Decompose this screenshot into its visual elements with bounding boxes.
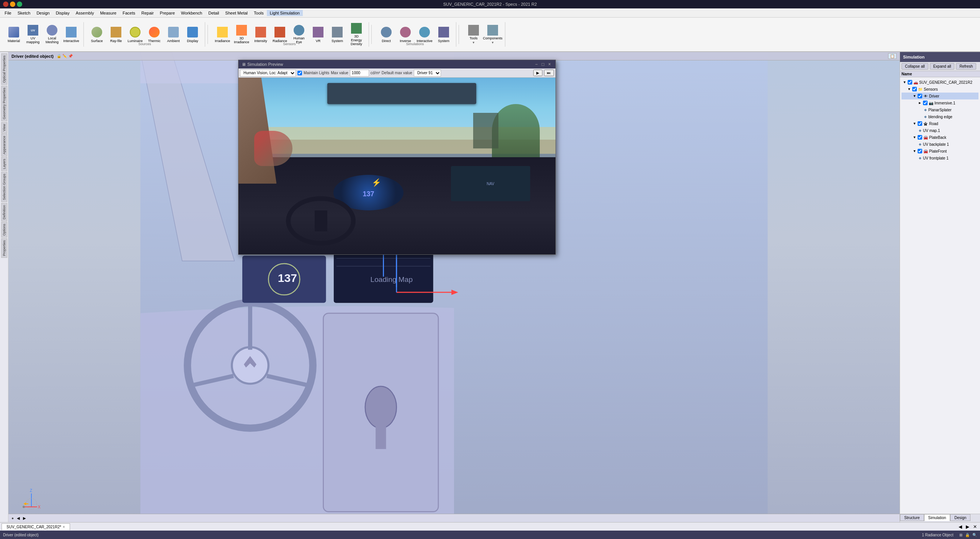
system-sim-button[interactable]: System bbox=[434, 24, 453, 44]
intensity-button[interactable]: Intensity bbox=[252, 24, 270, 44]
statusbar: Driver (edited object) 1 Radiance Object… bbox=[0, 531, 980, 539]
3d-irradiance-button[interactable]: 3D Irradiance bbox=[232, 24, 251, 44]
tab-selection-groups[interactable]: Selection Groups bbox=[1, 172, 7, 202]
surface-button[interactable]: Surface bbox=[88, 24, 106, 44]
structure-tab[interactable]: Structure bbox=[900, 514, 924, 521]
tab-layers[interactable]: Layers bbox=[1, 157, 7, 171]
immersive-label: Immersive.1 bbox=[934, 101, 955, 105]
menu-sheet-metal[interactable]: Sheet Metal bbox=[222, 10, 251, 16]
checkbox-immersive[interactable] bbox=[923, 101, 928, 105]
vr-button[interactable]: VR bbox=[309, 24, 327, 44]
menu-light-simulation[interactable]: Light Simulation bbox=[267, 10, 303, 16]
checkbox-road[interactable] bbox=[918, 121, 922, 126]
tree-item-uv-frontplate[interactable]: ◆ UV frontplate 1 bbox=[902, 155, 978, 161]
ray-file-button[interactable]: Ray-file bbox=[107, 24, 125, 44]
inverse-button[interactable]: Inverse bbox=[396, 24, 415, 44]
tree-item-plateback[interactable]: ▼ 🚘 PlateBack bbox=[902, 134, 978, 141]
restore-btn[interactable] bbox=[17, 2, 22, 7]
sim-play-btn[interactable]: ▶ bbox=[533, 70, 542, 76]
file-tab-suv[interactable]: SUV_GENERIC_CAR_2021R2* × bbox=[2, 523, 70, 530]
luminaire-button[interactable]: Luminaire bbox=[126, 24, 144, 44]
menu-workbench[interactable]: Workbench bbox=[178, 10, 205, 16]
tab-options[interactable]: Options bbox=[1, 222, 7, 238]
menu-detail[interactable]: Detail bbox=[205, 10, 222, 16]
tree-item-uv-backplate[interactable]: ◆ UV backplate 1 bbox=[902, 141, 978, 148]
tree-item-platefront[interactable]: ▼ 🚘 PlateFront bbox=[902, 148, 978, 155]
max-value-input[interactable] bbox=[350, 70, 369, 77]
menu-sketch[interactable]: Sketch bbox=[15, 10, 34, 16]
irradiance-button[interactable]: Irradiance bbox=[213, 24, 232, 44]
menu-repair[interactable]: Repair bbox=[138, 10, 157, 16]
close-btn[interactable] bbox=[3, 2, 8, 7]
display-source-button[interactable]: Display bbox=[183, 24, 202, 44]
ambient-button[interactable]: Ambient bbox=[164, 24, 183, 44]
sim-preview-minimize[interactable]: − bbox=[534, 62, 539, 67]
file-tab-close[interactable]: × bbox=[63, 525, 65, 529]
menu-display[interactable]: Display bbox=[53, 10, 73, 16]
design-tab[interactable]: Design bbox=[950, 514, 970, 521]
tools-button[interactable]: Tools ▼ bbox=[464, 24, 483, 44]
menu-assembly[interactable]: Assembly bbox=[73, 10, 97, 16]
checkbox-driver[interactable] bbox=[918, 94, 922, 98]
maintain-lights-checkbox[interactable] bbox=[297, 71, 302, 75]
viewport-3d[interactable]: Driver (edited object) 🔒 ✏️ 📌 📋 bbox=[8, 52, 900, 522]
sim-preview-restore[interactable]: □ bbox=[540, 62, 546, 67]
interactive-op-button[interactable]: Interactive bbox=[62, 24, 80, 44]
tab-view[interactable]: View bbox=[1, 122, 7, 133]
tree-item-driver[interactable]: ▼ 👁 Driver bbox=[902, 93, 978, 99]
tree-item-sensors[interactable]: ▼ 📁 Sensors bbox=[902, 86, 978, 93]
radiance-button[interactable]: Radiance bbox=[271, 24, 289, 44]
tab-nav-prev[interactable]: ◀ bbox=[957, 524, 964, 529]
components-label: Components bbox=[483, 36, 502, 40]
tree-item-uv-map[interactable]: ◆ UV map.1 bbox=[902, 127, 978, 134]
nav-prev-btn[interactable]: ◀ bbox=[17, 516, 20, 520]
tree-item-blending-edge[interactable]: ◆ blending edge bbox=[902, 113, 978, 120]
3d-energy-button[interactable]: 3D Energy Density bbox=[347, 24, 366, 44]
checkbox-platefront[interactable] bbox=[918, 149, 922, 153]
tab-properties[interactable]: Properties bbox=[1, 238, 7, 258]
default-max-select[interactable]: Driver 91 bbox=[414, 70, 441, 77]
interactive-sim-button[interactable]: Interactive bbox=[415, 24, 434, 44]
tab-nav-next[interactable]: ▶ bbox=[964, 524, 971, 529]
grid-icon: ⊞ bbox=[959, 533, 962, 537]
local-meshing-button[interactable]: Local Meshing bbox=[43, 24, 61, 44]
human-eye-button[interactable]: Human Eye bbox=[290, 24, 308, 44]
direct-button[interactable]: Direct bbox=[377, 24, 395, 44]
collapse-all-btn[interactable]: Collapse all bbox=[902, 63, 928, 70]
tree-item-road[interactable]: ▼ 🛣 Road bbox=[902, 120, 978, 127]
checkbox-suv[interactable] bbox=[908, 80, 912, 85]
uv-mapping-button[interactable]: UV UV mapping bbox=[24, 24, 42, 44]
layers-btn[interactable]: 📋 bbox=[888, 53, 897, 59]
min-btn[interactable] bbox=[10, 2, 15, 7]
material-button[interactable]: Material bbox=[5, 24, 23, 44]
tab-appearance[interactable]: Appearance bbox=[1, 134, 7, 156]
simulation-tab[interactable]: Simulation bbox=[924, 514, 951, 521]
tree-item-planar-splater[interactable]: ◆ PlanarSplater bbox=[902, 106, 978, 113]
expand-all-btn[interactable]: Expand all bbox=[930, 63, 955, 70]
sim-preview-toolbar: Human Vision, Loc: Adapt Maintain Lights… bbox=[238, 68, 555, 78]
tab-definition[interactable]: Definition bbox=[1, 203, 7, 221]
menu-measure[interactable]: Measure bbox=[97, 10, 119, 16]
menu-file[interactable]: File bbox=[2, 10, 15, 16]
tree-item-immersive[interactable]: ► 📷 Immersive.1 bbox=[902, 99, 978, 106]
road-label: Road bbox=[929, 122, 938, 126]
view-mode-select[interactable]: Human Vision, Loc: Adapt bbox=[240, 70, 296, 77]
menu-prepare[interactable]: Prepare bbox=[157, 10, 178, 16]
nav-next-btn[interactable]: ▶ bbox=[23, 516, 26, 520]
thermic-button[interactable]: Thermic bbox=[145, 24, 163, 44]
system-sensor-button[interactable]: System bbox=[328, 24, 346, 44]
tab-close-all[interactable]: ✕ bbox=[972, 524, 978, 529]
components-button[interactable]: Components ▼ bbox=[483, 24, 502, 44]
sim-preview-close[interactable]: × bbox=[547, 62, 552, 67]
menu-tools[interactable]: Tools bbox=[251, 10, 267, 16]
sim-step-btn[interactable]: ⏭ bbox=[544, 70, 554, 76]
svg-text:137: 137 bbox=[278, 272, 297, 284]
checkbox-plateback[interactable] bbox=[918, 135, 922, 140]
tab-geometry-props[interactable]: Geometry Properties bbox=[1, 86, 7, 121]
tree-item-suv[interactable]: ▼ 🚗 SUV_GENERIC_CAR_2021R2 bbox=[902, 79, 978, 86]
menu-design[interactable]: Design bbox=[33, 10, 52, 16]
refresh-btn[interactable]: Refresh bbox=[956, 63, 976, 70]
checkbox-sensors[interactable] bbox=[912, 87, 917, 91]
menu-facets[interactable]: Facets bbox=[119, 10, 138, 16]
tab-optical-props[interactable]: Optical Properties bbox=[1, 54, 7, 85]
